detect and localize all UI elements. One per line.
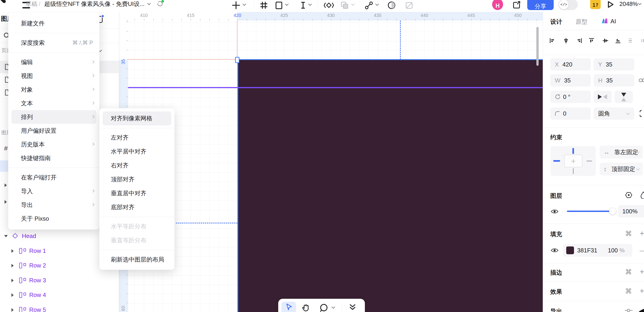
shape-tool-chevron[interactable] bbox=[285, 2, 289, 6]
align-bottom-icon[interactable] bbox=[615, 38, 621, 44]
title-dropdown-chevron[interactable] bbox=[147, 2, 151, 5]
dev-mode-toggle[interactable]: </> bbox=[558, 0, 578, 10]
connector-tool-icon[interactable] bbox=[364, 1, 373, 10]
pixso-logo[interactable] bbox=[0, 0, 6, 4]
export-share-icon[interactable] bbox=[512, 1, 521, 9]
ai-logo-icon[interactable] bbox=[601, 17, 608, 24]
constraint-h-dropdown[interactable]: ↔ 靠左固定 bbox=[600, 146, 643, 159]
tab-design[interactable]: 设计 bbox=[550, 18, 562, 26]
guide-line-vertical[interactable] bbox=[237, 21, 238, 60]
menu-item[interactable]: 水平居中对齐 bbox=[100, 144, 174, 159]
selected-shape[interactable] bbox=[238, 60, 543, 312]
selection-handle[interactable] bbox=[235, 57, 240, 63]
layer-name[interactable]: Row 2 bbox=[29, 262, 46, 269]
main-menu-button[interactable] bbox=[10, 0, 22, 11]
independent-corners-icon[interactable] bbox=[639, 110, 644, 117]
collapsed-caret[interactable] bbox=[12, 249, 14, 253]
menu-item[interactable]: 左对齐 bbox=[100, 131, 174, 144]
menu-item[interactable]: 导入 bbox=[8, 184, 100, 198]
hand-tool-icon[interactable] bbox=[301, 303, 310, 312]
menu-item[interactable]: 在客户端打开 bbox=[8, 171, 100, 184]
flip-horizontal-button[interactable] bbox=[594, 91, 612, 103]
fill-swatch[interactable] bbox=[566, 246, 574, 254]
avatar[interactable]: H bbox=[492, 0, 503, 10]
menu-item[interactable]: 视图 bbox=[8, 69, 100, 83]
connector-tool-chevron[interactable] bbox=[375, 2, 379, 6]
fill-visibility-eye-icon[interactable] bbox=[551, 248, 558, 253]
droplet-icon[interactable] bbox=[640, 191, 644, 199]
constraint-bottom[interactable] bbox=[573, 168, 574, 174]
mask-tool-icon[interactable] bbox=[387, 1, 396, 10]
opacity-slider[interactable] bbox=[567, 211, 613, 212]
boolean-tool-chevron[interactable] bbox=[351, 2, 355, 6]
y-field[interactable]: Y35 bbox=[594, 58, 634, 71]
y-value[interactable]: 35 bbox=[606, 61, 612, 68]
breadcrumb-draft[interactable]: 草稿 bbox=[26, 1, 38, 7]
layer-name[interactable]: Row 5 bbox=[29, 306, 46, 312]
menu-item[interactable]: 关于 Pixso bbox=[8, 212, 100, 225]
menu-item[interactable]: 刷新选中图层的布局 bbox=[100, 253, 174, 266]
menu-item[interactable]: 对象 bbox=[8, 83, 100, 96]
link-wh-icon[interactable] bbox=[639, 77, 644, 84]
constraints-widget[interactable]: + bbox=[550, 146, 596, 176]
menu-item[interactable]: 快捷键指南 bbox=[8, 151, 100, 165]
horizontal-ruler[interactable]: 410415420425430435440445450 bbox=[119, 12, 543, 21]
menu-item[interactable]: 文本 bbox=[8, 96, 100, 110]
add-stroke-icon[interactable]: + bbox=[640, 268, 644, 275]
menu-item[interactable]: 底部对齐 bbox=[100, 200, 174, 214]
layer-name[interactable]: Head bbox=[22, 233, 36, 240]
collapsed-caret[interactable] bbox=[12, 293, 14, 297]
zoom-level[interactable]: 2048% bbox=[619, 1, 638, 7]
add-effect-icon[interactable]: + bbox=[640, 287, 644, 294]
share-button[interactable]: 分享 bbox=[527, 0, 554, 10]
boolean-tool-icon[interactable] bbox=[340, 1, 349, 10]
menu-item[interactable]: 导出 bbox=[8, 198, 100, 212]
menu-item[interactable]: 右对齐 bbox=[100, 159, 174, 173]
constraint-right[interactable] bbox=[586, 161, 592, 162]
tab-ai[interactable]: AI bbox=[610, 18, 616, 25]
menu-item[interactable]: 水平等距分布 bbox=[100, 220, 174, 233]
guide-line-horizontal[interactable] bbox=[128, 59, 238, 60]
fill-opacity-value[interactable]: 100 bbox=[608, 244, 618, 257]
shape-tool-icon[interactable] bbox=[274, 1, 283, 10]
opacity-value[interactable]: 100% bbox=[622, 208, 638, 215]
menu-item[interactable]: 垂直等距分布 bbox=[100, 233, 174, 247]
flip-vertical-button[interactable] bbox=[614, 91, 633, 103]
file-title[interactable]: 超级悟空NFT 像素风头像 - 免费UI设... bbox=[44, 1, 144, 7]
menu-item[interactable]: 深度搜索 ⌘ /,⌘ P bbox=[8, 36, 100, 50]
export-link-icon[interactable] bbox=[624, 307, 633, 312]
promo-badge[interactable]: 1? bbox=[590, 0, 601, 9]
move-tool-chevron[interactable] bbox=[243, 2, 246, 6]
tab-prototype[interactable]: 原型 bbox=[576, 18, 588, 26]
text-tool-icon[interactable] bbox=[299, 1, 308, 10]
comment-dropdown-chevron[interactable] bbox=[332, 305, 335, 309]
opacity-slider-knob[interactable] bbox=[609, 208, 616, 215]
collapsed-caret[interactable] bbox=[4, 183, 7, 187]
corner-mode-dropdown[interactable]: 圆角 bbox=[594, 107, 634, 120]
cursor-tool-button[interactable] bbox=[282, 302, 296, 312]
component-tool-icon[interactable] bbox=[324, 1, 334, 10]
add-fill-icon[interactable]: + bbox=[640, 230, 644, 237]
collapsed-caret[interactable] bbox=[4, 200, 7, 204]
layer-visibility-eye-icon[interactable] bbox=[551, 209, 558, 214]
corner-radius-value[interactable]: 0 bbox=[563, 110, 566, 117]
collapsed-caret[interactable] bbox=[12, 279, 14, 282]
menu-item[interactable]: 新建文件 bbox=[8, 17, 100, 30]
w-value[interactable]: 35 bbox=[564, 77, 571, 84]
stroke-styles-icon[interactable]: ⌘ bbox=[625, 269, 632, 275]
move-insert-tool-icon[interactable] bbox=[232, 1, 240, 10]
collapsed-caret[interactable] bbox=[12, 308, 14, 312]
menu-item[interactable]: 对齐到像素网格 bbox=[102, 111, 171, 125]
layer-tree-row[interactable]: Row 5 bbox=[0, 303, 119, 312]
fill-styles-icon[interactable]: ⌘ bbox=[625, 230, 632, 237]
layer-tree-row[interactable]: Row 4 bbox=[0, 288, 119, 302]
text-tool-chevron[interactable] bbox=[308, 2, 312, 6]
canvas[interactable]: 410415420425430435440445450 354060 bbox=[119, 12, 543, 312]
h-field[interactable]: H35 bbox=[594, 74, 634, 87]
align-right-icon[interactable] bbox=[576, 38, 582, 44]
menu-item[interactable]: 用户偏好设置 bbox=[8, 124, 100, 137]
opacity-field[interactable]: 100% bbox=[618, 205, 644, 217]
constraint-center[interactable]: + bbox=[564, 155, 582, 168]
rotation-value[interactable]: 0 ° bbox=[563, 93, 570, 100]
distribute-h-icon[interactable] bbox=[640, 38, 644, 44]
